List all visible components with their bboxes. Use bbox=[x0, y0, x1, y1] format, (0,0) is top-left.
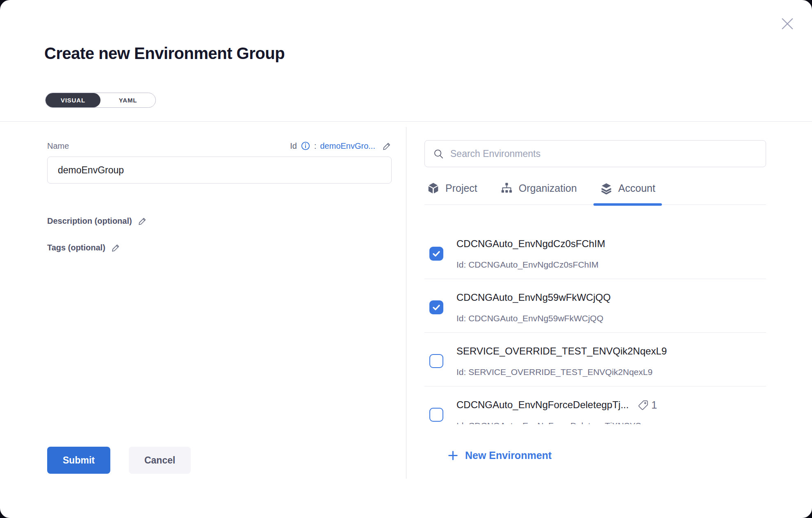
edit-id-icon[interactable] bbox=[382, 141, 392, 151]
close-button[interactable] bbox=[778, 14, 797, 34]
new-environment-label: New Environment bbox=[465, 450, 552, 461]
environment-list: CDCNGAuto_EnvNgdCz0sFChIM Id: CDCNGAuto_… bbox=[424, 205, 766, 424]
tab-project-label: Project bbox=[445, 182, 477, 194]
env-row: CDCNGAuto_EnvNg59wFkWCjQQ Id: CDCNGAuto_… bbox=[424, 279, 766, 332]
search-environments-box bbox=[424, 140, 766, 167]
description-label: Description (optional) bbox=[47, 216, 132, 226]
env-name: CDCNGAuto_EnvNgForceDeletegpTj... bbox=[456, 399, 629, 411]
env-row: SERVICE_OVERRIDE_TEST_ENVQik2NqexL9 Id: … bbox=[424, 332, 766, 386]
close-icon bbox=[779, 15, 796, 32]
layers-icon bbox=[600, 182, 613, 195]
header-divider bbox=[0, 121, 812, 122]
env-checkbox[interactable] bbox=[429, 354, 443, 368]
tab-yaml[interactable]: YAML bbox=[100, 93, 155, 107]
form-actions: Submit Cancel bbox=[47, 447, 191, 474]
info-icon[interactable] bbox=[301, 141, 310, 151]
tag-count: 1 bbox=[651, 399, 657, 411]
tab-account-label: Account bbox=[618, 182, 655, 194]
cancel-button[interactable]: Cancel bbox=[129, 447, 191, 474]
create-environment-group-dialog: Create new Environment Group VISUAL YAML… bbox=[0, 0, 812, 518]
edit-description-icon[interactable] bbox=[138, 216, 147, 226]
name-input[interactable] bbox=[47, 157, 392, 184]
tab-visual[interactable]: VISUAL bbox=[46, 93, 100, 107]
env-checkbox[interactable] bbox=[429, 247, 443, 261]
scope-tabs: Project Organization Account bbox=[424, 182, 766, 205]
cube-icon bbox=[427, 182, 440, 195]
env-id: Id: CDCNGAuto_EnvNgdCz0sFChIM bbox=[456, 259, 766, 270]
env-info: CDCNGAuto_EnvNg59wFkWCjQQ Id: CDCNGAuto_… bbox=[456, 291, 766, 323]
env-checkbox[interactable] bbox=[429, 300, 443, 314]
dialog-title: Create new Environment Group bbox=[44, 44, 285, 63]
env-id: Id: SERVICE_OVERRIDE_TEST_ENVQik2NqexL9 bbox=[456, 367, 766, 377]
tab-organization[interactable]: Organization bbox=[500, 182, 577, 204]
check-icon bbox=[431, 249, 441, 259]
id-separator: : bbox=[314, 141, 317, 151]
env-info: CDCNGAuto_EnvNgdCz0sFChIM Id: CDCNGAuto_… bbox=[456, 238, 766, 270]
search-icon bbox=[433, 148, 444, 159]
group-form: Name Id : demoEnvGro... Description (opt… bbox=[47, 141, 392, 252]
id-label: Id bbox=[290, 141, 297, 151]
panel-divider bbox=[406, 127, 406, 479]
tag-count-badge: 1 bbox=[638, 399, 657, 411]
check-icon bbox=[431, 302, 441, 312]
env-info: SERVICE_OVERRIDE_TEST_ENVQik2NqexL9 Id: … bbox=[456, 345, 766, 377]
env-name: CDCNGAuto_EnvNg59wFkWCjQQ bbox=[456, 291, 611, 304]
tag-icon bbox=[638, 400, 649, 411]
sitemap-icon bbox=[500, 182, 513, 195]
tab-project[interactable]: Project bbox=[427, 182, 477, 204]
name-label: Name bbox=[47, 141, 69, 151]
env-info: CDCNGAuto_EnvNgForceDeletegpTj... 1 Id: … bbox=[456, 399, 766, 424]
new-environment-button[interactable]: New Environment bbox=[447, 450, 552, 461]
identifier-row: Id : demoEnvGro... bbox=[290, 141, 392, 151]
env-name: CDCNGAuto_EnvNgdCz0sFChIM bbox=[456, 238, 605, 250]
tab-account[interactable]: Account bbox=[600, 182, 655, 204]
submit-button[interactable]: Submit bbox=[47, 447, 110, 474]
env-row: CDCNGAuto_EnvNgForceDeletegpTj... 1 Id: … bbox=[424, 386, 766, 424]
plus-icon bbox=[447, 450, 459, 461]
env-row: CDCNGAuto_EnvNgdCz0sFChIM Id: CDCNGAuto_… bbox=[424, 225, 766, 279]
environments-panel: Project Organization Account CDCNGAuto_E… bbox=[424, 140, 766, 461]
env-id: Id: CDCNGAuto_EnvNg59wFkWCjQQ bbox=[456, 313, 766, 323]
tab-organization-label: Organization bbox=[519, 182, 577, 194]
env-id: Id: CDCNGAuto_EnvNgForceDeletegpTjXNSYS bbox=[456, 420, 766, 424]
env-checkbox[interactable] bbox=[429, 408, 443, 422]
id-value[interactable]: demoEnvGro... bbox=[320, 141, 375, 151]
tags-label: Tags (optional) bbox=[47, 243, 105, 252]
visual-yaml-toggle: VISUAL YAML bbox=[45, 93, 156, 108]
env-name: SERVICE_OVERRIDE_TEST_ENVQik2NqexL9 bbox=[456, 345, 667, 357]
search-environments-input[interactable] bbox=[450, 148, 757, 159]
edit-tags-icon[interactable] bbox=[111, 243, 121, 252]
